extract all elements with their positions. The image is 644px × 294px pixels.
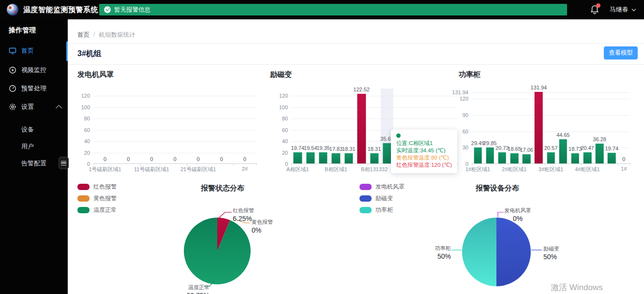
bar-6[interactable] bbox=[547, 152, 555, 163]
legend-label: 发电机风罩 bbox=[375, 183, 404, 191]
bar-value-label: 19.35 bbox=[316, 145, 330, 151]
bar-6[interactable] bbox=[370, 153, 378, 164]
legend-label: 黄色报警 bbox=[93, 194, 117, 203]
bar-0[interactable] bbox=[474, 147, 482, 163]
axis-tick bbox=[545, 163, 545, 165]
notification-bell-icon[interactable] bbox=[590, 5, 599, 15]
bar-value-label: 19.54 bbox=[304, 145, 317, 151]
legend-item-generator-fan-cover[interactable]: 发电机风罩 bbox=[359, 183, 404, 191]
banner-text: 暂无报警信息 bbox=[114, 6, 150, 14]
gridline bbox=[291, 107, 457, 108]
legend-swatch bbox=[77, 207, 90, 213]
y-axis-label: 100 bbox=[279, 104, 288, 110]
bar-9[interactable] bbox=[584, 152, 592, 163]
chevron-up-icon bbox=[56, 105, 62, 111]
bar-11[interactable] bbox=[608, 153, 616, 163]
sidebar-subitem-alarm-config[interactable]: 告警配置 bbox=[0, 156, 68, 171]
x-axis-label: A相区域1 bbox=[286, 166, 309, 173]
bar-value-label: 0 bbox=[243, 156, 246, 162]
pie-slice-温度正常[interactable] bbox=[184, 218, 251, 284]
app-logo-icon bbox=[7, 4, 18, 15]
gear-icon bbox=[9, 103, 16, 111]
legend-item-excitation-transformer[interactable]: 励磁变 bbox=[359, 194, 404, 203]
legend-item-temp-normal[interactable]: 温度正常 bbox=[77, 206, 117, 214]
gridline bbox=[93, 130, 256, 131]
chart-plot-area[interactable]: 131.94120906030029.4929.8520.7318.6517.0… bbox=[472, 92, 630, 164]
bar-2[interactable] bbox=[319, 152, 327, 163]
chart-plot-area[interactable]: 12010080604020000000001号碳刷区域111号碳刷区域121号… bbox=[93, 92, 256, 164]
axis-tick bbox=[618, 163, 618, 165]
gauge-icon bbox=[9, 85, 16, 92]
tooltip-row: 位置:C相区域1 bbox=[396, 140, 452, 147]
sidebar-subitem-device[interactable]: 设备 bbox=[0, 122, 68, 137]
gridline bbox=[93, 141, 256, 142]
pie-title-alarm-device: 报警设备分布 bbox=[430, 184, 565, 193]
bar-7[interactable] bbox=[383, 143, 391, 163]
bar-5[interactable] bbox=[357, 94, 365, 163]
series-marker-dot bbox=[396, 133, 401, 138]
y-axis-label: 20 bbox=[84, 150, 90, 156]
bar-3[interactable] bbox=[510, 153, 519, 163]
bar-8[interactable] bbox=[571, 153, 580, 163]
axis-tick bbox=[581, 163, 582, 165]
bar-1[interactable] bbox=[486, 147, 494, 163]
sidebar-item-label: 预警处理 bbox=[21, 84, 46, 93]
divider bbox=[68, 43, 644, 44]
sidebar-item-home[interactable]: 首页 bbox=[0, 42, 68, 60]
pie-slice-功率柜[interactable] bbox=[462, 218, 496, 286]
bar-4[interactable] bbox=[344, 153, 353, 164]
axis-tick bbox=[256, 163, 257, 165]
sidebar-item-video-monitor[interactable]: 视频监控 bbox=[0, 61, 68, 79]
user-menu[interactable]: 马继春 bbox=[610, 5, 636, 14]
bar-3[interactable] bbox=[332, 153, 340, 163]
bar-value-label: 19.74 bbox=[291, 145, 304, 151]
activate-windows-watermark: 激活 Windows bbox=[551, 282, 603, 293]
bar-value-label: 36.28 bbox=[593, 136, 606, 142]
bar-value-label: 0 bbox=[104, 156, 106, 162]
legend-label: 功率柜 bbox=[375, 206, 393, 214]
sidebar: 操作管理 首页 视频监控 预警处理 设置 bbox=[0, 19, 68, 294]
bar-chart-generator-fan-cover: 发电机风罩 12010080604020000000001号碳刷区域111号碳刷… bbox=[77, 70, 264, 179]
bar-4[interactable] bbox=[523, 154, 531, 163]
legend-item-power-cabinet[interactable]: 功率柜 bbox=[359, 206, 404, 214]
check-circle-icon bbox=[104, 6, 111, 13]
pie-label-excitation-transformer: 励磁变 50% bbox=[543, 245, 559, 261]
gridline bbox=[472, 92, 630, 93]
sidebar-subitem-user[interactable]: 用户 bbox=[0, 139, 68, 154]
bar-value-label: 0 bbox=[127, 156, 130, 162]
pie-title-alarm-status: 报警状态分布 bbox=[155, 184, 290, 193]
bar-value-label: 18.31 bbox=[342, 146, 356, 152]
main-content: 首页 / 机组数据统计 3#机组 查看模型 发电机风罩 120100806040… bbox=[68, 19, 644, 294]
bar-7[interactable] bbox=[559, 139, 567, 163]
alarm-status-banner: 暂无报警信息 bbox=[99, 4, 567, 15]
sidebar-item-label: 设置 bbox=[21, 103, 34, 111]
tooltip-row: 黄色报警温度:80 (℃) bbox=[396, 154, 452, 162]
pie-slice-红色报警[interactable] bbox=[217, 218, 230, 251]
bar-value-label: 29.49 bbox=[471, 140, 485, 146]
gridline bbox=[291, 118, 457, 119]
breadcrumb: 首页 / 机组数据统计 bbox=[77, 31, 135, 39]
legend-item-red-alarm[interactable]: 红色报警 bbox=[77, 183, 117, 191]
legend-item-yellow-alarm[interactable]: 黄色报警 bbox=[77, 194, 117, 203]
bar-5[interactable] bbox=[535, 92, 543, 163]
app-title: 温度智能监测预警系统 bbox=[23, 0, 98, 19]
pie-label-generator-fan-cover: 发电机风罩 0% bbox=[494, 207, 542, 222]
bar-0[interactable] bbox=[293, 152, 301, 163]
legend-swatch bbox=[77, 195, 90, 202]
tooltip-row: 实时温度:34.45 (℃) bbox=[396, 147, 452, 154]
sidebar-collapse-toggle[interactable] bbox=[59, 157, 69, 169]
view-model-button[interactable]: 查看模型 bbox=[604, 46, 638, 59]
axis-tick bbox=[368, 163, 368, 165]
pie-slice-励磁变[interactable] bbox=[496, 218, 531, 286]
sidebar-item-warning-handle[interactable]: 预警处理 bbox=[0, 79, 68, 98]
bar-10[interactable] bbox=[596, 144, 604, 163]
bar-1[interactable] bbox=[306, 152, 315, 163]
breadcrumb-home[interactable]: 首页 bbox=[77, 31, 90, 39]
bar-value-label: 17.06 bbox=[520, 147, 533, 153]
legend-label: 红色报警 bbox=[93, 183, 117, 191]
bar-2[interactable] bbox=[498, 152, 507, 163]
sidebar-item-settings[interactable]: 设置 bbox=[0, 98, 68, 116]
tooltip-row: 红色报警温度:120 (℃) bbox=[396, 162, 452, 169]
bar-value-label: 20.73 bbox=[495, 145, 509, 151]
bar-value-label: 17.83 bbox=[329, 146, 343, 152]
